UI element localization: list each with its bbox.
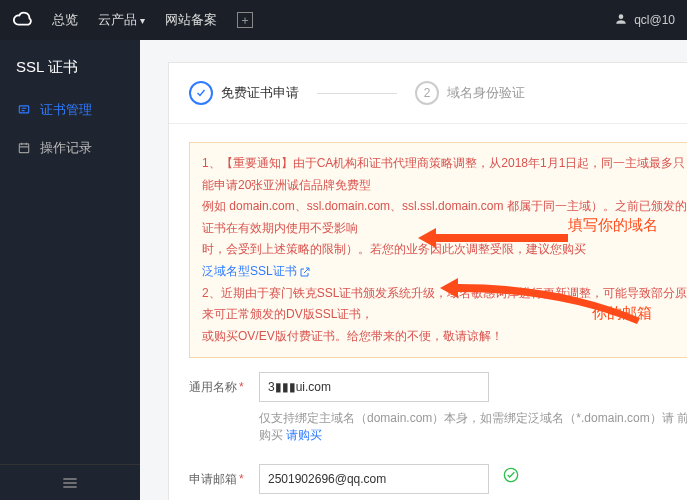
- domain-buy-link[interactable]: 请购买: [286, 428, 322, 442]
- user-label: qcl@10: [634, 13, 675, 27]
- caret-down-icon: ▾: [140, 15, 145, 26]
- sidebar-collapse-button[interactable]: [0, 464, 140, 500]
- sidebar-item-cert-manage[interactable]: 证书管理: [0, 91, 140, 129]
- calendar-icon: [16, 141, 32, 155]
- notice-line-2b: 或购买OV/EV版付费证书。给您带来的不便，敬请谅解！: [202, 326, 687, 348]
- step-2: 2 域名身份验证: [415, 81, 525, 105]
- nav-products[interactable]: 云产品 ▾: [98, 11, 145, 29]
- user-icon: [614, 12, 628, 29]
- email-label: 申请邮箱*: [189, 464, 259, 488]
- domain-hint: 仅支持绑定主域名（domain.com）本身，如需绑定泛域名（*.domain.…: [259, 410, 687, 444]
- notice-line-1a: 1、【重要通知】由于CA机构和证书代理商策略调整，从2018年1月1日起，同一主…: [202, 153, 687, 196]
- step-2-label: 域名身份验证: [447, 84, 525, 102]
- certificate-icon: [16, 103, 32, 117]
- nav-beian[interactable]: 网站备案: [165, 11, 217, 29]
- notice-link-wildcard[interactable]: 泛域名型SSL证书: [202, 261, 311, 283]
- notice-line-2: 2、近期由于赛门铁克SSL证书颁发系统升级，域名敏感词库进行更新调整，可能导致部…: [202, 283, 687, 326]
- step-2-num: 2: [415, 81, 439, 105]
- svg-rect-0: [19, 106, 28, 113]
- notice-line-1b: 例如 domain.com、ssl.domain.com、ssl.ssl.dom…: [202, 196, 687, 239]
- notice-line-1c: 时，会受到上述策略的限制）。若您的业务因此次调整受限，建议您购买: [202, 242, 586, 256]
- domain-label: 通用名称*: [189, 372, 259, 396]
- cloud-logo-icon: [12, 9, 34, 31]
- valid-check-icon: [503, 467, 519, 483]
- step-indicator: 免费证书申请 2 域名身份验证: [169, 63, 687, 124]
- nav-overview[interactable]: 总览: [52, 11, 78, 29]
- step-1: 免费证书申请: [189, 81, 299, 105]
- check-icon: [189, 81, 213, 105]
- email-input[interactable]: [259, 464, 489, 494]
- user-menu[interactable]: qcl@10: [614, 12, 675, 29]
- step-1-label: 免费证书申请: [221, 84, 299, 102]
- domain-input[interactable]: [259, 372, 489, 402]
- add-menu-button[interactable]: ＋: [237, 12, 253, 28]
- sidebar-item-history[interactable]: 操作记录: [0, 129, 140, 167]
- sidebar-item-label: 操作记录: [40, 139, 92, 157]
- sidebar-title: SSL 证书: [0, 58, 140, 91]
- sidebar-item-label: 证书管理: [40, 101, 92, 119]
- svg-rect-1: [19, 144, 28, 153]
- nav-products-label: 云产品: [98, 11, 137, 29]
- step-divider: [317, 93, 397, 94]
- notice-banner: 1、【重要通知】由于CA机构和证书代理商策略调整，从2018年1月1日起，同一主…: [189, 142, 687, 358]
